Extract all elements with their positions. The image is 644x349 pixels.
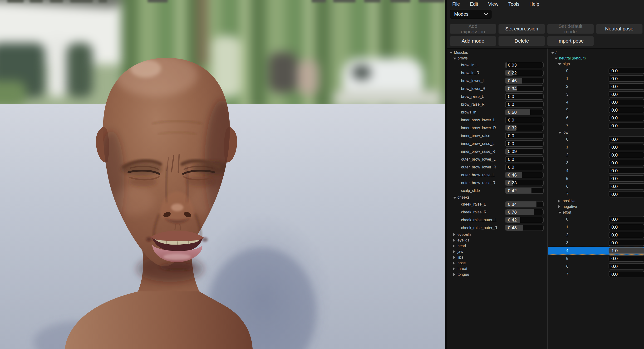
tree-row-nose[interactable]: nose (447, 260, 547, 266)
tree-row-effort[interactable]: effort (548, 210, 644, 215)
chevron-expanded-icon[interactable] (558, 212, 562, 214)
channel-row-effort-3[interactable]: 30.0 (548, 239, 644, 247)
value-slider[interactable]: 0.42 (505, 188, 544, 194)
value-slider[interactable]: 0.0 (608, 122, 644, 129)
value-slider[interactable]: 0.32 (505, 125, 544, 131)
value-slider[interactable]: 0.0 (608, 152, 644, 158)
value-slider[interactable]: 0.0 (608, 168, 644, 174)
value-slider[interactable]: 0.0 (505, 156, 544, 162)
channel-row-low-5[interactable]: 50.0 (548, 174, 644, 182)
muscle-row-brow-raise-r[interactable]: brow_raise_R0.0 (447, 100, 547, 108)
tree-row-lips[interactable]: lips (447, 254, 547, 260)
value-slider[interactable]: 0.0 (505, 93, 544, 100)
channel-row-effort-7[interactable]: 70.0 (548, 270, 644, 278)
muscle-row-inner-brow-lower-l[interactable]: inner_brow_lower_L0.0 (447, 116, 547, 124)
chevron-expanded-icon[interactable] (558, 132, 562, 134)
channel-row-high-6[interactable]: 60.0 (548, 114, 644, 122)
muscle-row-inner-brow-raise[interactable]: inner_brow_raise0.0 (447, 132, 547, 140)
value-slider[interactable]: 0.78 (505, 209, 544, 215)
value-slider[interactable]: 0.0 (608, 115, 644, 121)
channel-row-high-0[interactable]: 00.0 (548, 67, 644, 75)
value-slider[interactable]: 0.0 (608, 216, 644, 222)
muscle-row-inner-brow-raise-r[interactable]: inner_brow_raise_R0.09 (447, 148, 547, 155)
tree-row-eyeballs[interactable]: eyeballs (447, 232, 547, 238)
channel-row-low-4[interactable]: 40.0 (548, 167, 644, 174)
tree-row-eyelids[interactable]: eyelids (447, 238, 547, 243)
tree-row-positive[interactable]: positive (548, 198, 644, 204)
value-slider[interactable]: 0.0 (505, 117, 544, 123)
chevron-expanded-icon[interactable] (453, 58, 456, 60)
muscle-row-outer-brow-raise-l[interactable]: outer_brow_raise_L0.46 (447, 171, 547, 179)
channel-row-effort-4[interactable]: 41.0 (548, 247, 644, 254)
tree-row-muscles[interactable]: Muscles (447, 50, 547, 56)
chevron-expanded-icon[interactable] (558, 63, 562, 65)
value-slider[interactable]: 0.0 (608, 255, 644, 262)
value-slider[interactable]: 0.0 (505, 132, 544, 139)
muscle-row-outer-brow-raise-r[interactable]: outer_brow_raise_R0.23 (447, 179, 547, 187)
channel-row-effort-2[interactable]: 20.0 (548, 231, 644, 239)
value-slider[interactable]: 0.46 (505, 172, 544, 178)
chevron-expanded-icon[interactable] (453, 197, 456, 199)
chevron-collapsed-icon[interactable] (453, 267, 455, 270)
muscle-row-brow-lower-l[interactable]: brow_lower_L0.46 (447, 77, 547, 85)
chevron-collapsed-icon[interactable] (453, 250, 455, 253)
menu-item-help[interactable]: Help (528, 1, 540, 7)
muscle-row-brow-raise-l[interactable]: brow_raise_L0.0 (447, 92, 547, 100)
value-slider[interactable]: 0.22 (505, 70, 544, 76)
menu-item-file[interactable]: File (451, 1, 461, 7)
muscle-row-cheek-raise-outer-l[interactable]: cheek_raise_outer_L0.42 (447, 216, 547, 224)
value-slider[interactable]: 0.46 (505, 78, 544, 84)
chevron-collapsed-icon[interactable] (453, 233, 455, 236)
value-slider[interactable]: 0.0 (608, 136, 644, 142)
tree-row-cheeks[interactable]: cheeks (447, 194, 547, 200)
value-slider[interactable]: 0.0 (608, 91, 644, 98)
tree-row-high[interactable]: high (548, 61, 644, 67)
value-slider[interactable]: 0.0 (608, 191, 644, 198)
channel-row-low-3[interactable]: 30.0 (548, 159, 644, 167)
chevron-expanded-icon[interactable] (554, 58, 558, 60)
add-mode-button[interactable]: Add mode (450, 36, 496, 46)
chevron-collapsed-icon[interactable] (558, 205, 560, 208)
value-slider[interactable]: 0.0 (608, 263, 644, 270)
channel-row-high-3[interactable]: 30.0 (548, 90, 644, 98)
muscle-row-scalp-slide[interactable]: scalp_slide0.42 (447, 187, 547, 194)
tree-row-throat[interactable]: throat (447, 266, 547, 272)
viewport-3d[interactable] (0, 0, 445, 349)
delete-button[interactable]: Delete (498, 36, 545, 46)
channel-row-high-2[interactable]: 20.0 (548, 82, 644, 90)
value-slider[interactable]: 0.0 (505, 101, 544, 108)
tree-row-low[interactable]: low (548, 130, 644, 135)
channel-row-high-1[interactable]: 10.0 (548, 75, 644, 82)
value-slider[interactable]: 0.42 (505, 217, 544, 223)
menu-item-edit[interactable]: Edit (469, 1, 479, 7)
tree-row-brows[interactable]: brows (447, 56, 547, 61)
tree-row-jaw[interactable]: jaw (447, 249, 547, 254)
value-slider[interactable]: 1.0 (608, 248, 644, 254)
muscle-row-inner-brow-lower-r[interactable]: inner_brow_lower_R0.32 (447, 124, 547, 132)
value-slider[interactable]: 0.0 (608, 144, 644, 150)
modes-dropdown[interactable]: Modes (450, 10, 492, 18)
muscle-row-outer-brow-lower-l[interactable]: outer_brow_lower_L0.0 (447, 155, 547, 163)
value-slider[interactable]: 0.68 (505, 109, 544, 116)
value-slider[interactable]: 0.0 (608, 76, 644, 82)
tree-row-negative[interactable]: negative (548, 204, 644, 210)
channel-row-effort-6[interactable]: 60.0 (548, 262, 644, 270)
value-slider[interactable]: 0.0 (608, 99, 644, 106)
chevron-collapsed-icon[interactable] (453, 244, 455, 248)
chevron-collapsed-icon[interactable] (453, 273, 455, 276)
channel-row-low-7[interactable]: 70.0 (548, 190, 644, 198)
value-slider[interactable]: 0.0 (608, 68, 644, 74)
value-slider[interactable]: 0.0 (608, 107, 644, 113)
value-slider[interactable]: 0.0 (608, 271, 644, 278)
chevron-collapsed-icon[interactable] (453, 262, 455, 265)
value-slider[interactable]: 0.0 (608, 232, 644, 238)
value-slider[interactable]: 0.0 (608, 240, 644, 246)
tree-row-neutral-default[interactable]: neutral (default) (548, 56, 644, 61)
muscle-row-cheek-raise-r[interactable]: cheek_raise_R0.78 (447, 208, 547, 216)
value-slider[interactable]: 0.0 (608, 183, 644, 190)
neutral-pose-button[interactable]: Neutral pose (596, 24, 642, 34)
muscle-row-cheek-raise-l[interactable]: cheek_raise_L0.84 (447, 200, 547, 208)
value-slider[interactable]: 0.03 (505, 62, 544, 68)
menu-item-view[interactable]: View (487, 1, 499, 7)
tree-row-root[interactable]: / (548, 50, 644, 56)
